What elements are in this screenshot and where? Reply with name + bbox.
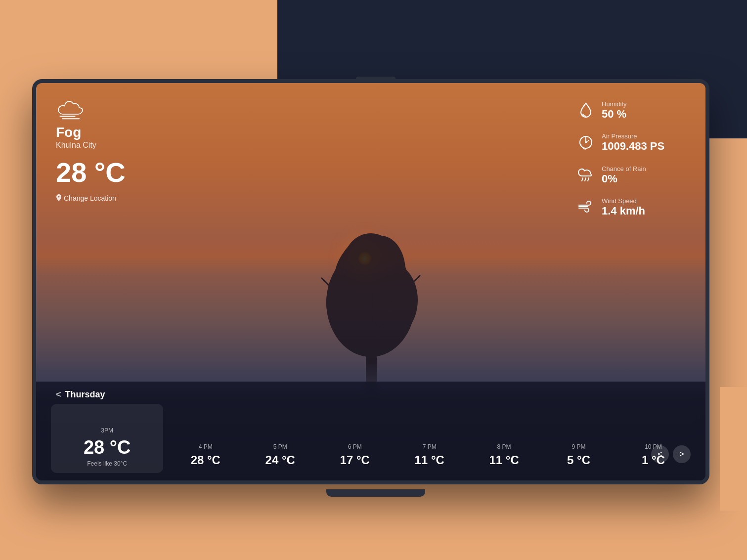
hour-temp-9pm: 5 °C [567, 453, 590, 467]
right-panel: Humidity 50 % Air Pressure 1009.483 PS [577, 100, 686, 230]
laptop-base [326, 489, 425, 497]
rain-stat: Chance of Rain 0% [577, 165, 686, 185]
svg-line-19 [582, 178, 583, 181]
rain-label: Chance of Rain [602, 165, 646, 172]
hour-temp-6pm: 17 °C [340, 453, 370, 467]
hour-label-7pm: 7 PM [423, 443, 437, 450]
humidity-icon [577, 101, 595, 119]
wind-info: Wind Speed 1.4 km/h [602, 197, 645, 217]
change-location-text: Change Location [64, 194, 116, 202]
hour-item-5pm: 5 PM 24 °C [243, 443, 317, 473]
hour-temp-5pm: 24 °C [265, 453, 295, 467]
feels-like-3pm: Feels like 30°C [87, 460, 127, 467]
main-temperature: 28 °C [56, 159, 126, 186]
svg-point-7 [344, 233, 398, 293]
laptop-container: Fog Khulna City 28 °C Change Location Hu [32, 79, 719, 489]
hour-label-9pm: 9 PM [572, 443, 586, 450]
rain-info: Chance of Rain 0% [602, 165, 646, 185]
hour-label-4pm: 4 PM [199, 443, 213, 450]
day-prev-arrow[interactable]: < [56, 389, 61, 400]
air-pressure-label: Air Pressure [602, 132, 664, 140]
svg-line-21 [588, 178, 589, 181]
hourly-timeline: 3PM 28 °C Feels like 30°C 4 PM 28 °C 5 P… [46, 404, 696, 473]
humidity-info: Humidity 50 % [602, 100, 627, 121]
hour-item-8pm: 8 PM 11 °C [467, 443, 541, 473]
rain-icon [577, 166, 595, 184]
wind-value: 1.4 km/h [602, 205, 645, 217]
change-location-btn[interactable]: Change Location [56, 194, 126, 202]
humidity-label: Humidity [602, 100, 627, 108]
hour-temp-4pm: 28 °C [191, 453, 220, 467]
rain-value: 0% [602, 172, 646, 185]
humidity-value: 50 % [602, 108, 627, 121]
timeline-nav-arrows: < > [651, 445, 691, 463]
hour-item-9pm: 9 PM 5 °C [541, 443, 616, 473]
svg-line-20 [585, 178, 586, 181]
hour-label-3pm: 3PM [101, 427, 113, 434]
city-label: Khulna City [56, 141, 126, 150]
humidity-stat: Humidity 50 % [577, 100, 686, 121]
hour-item-4pm: 4 PM 28 °C [168, 443, 243, 473]
air-pressure-stat: Air Pressure 1009.483 PS [577, 132, 686, 153]
hour-temp-3pm: 28 °C [84, 437, 131, 458]
hour-label-8pm: 8 PM [497, 443, 511, 450]
day-navigation[interactable]: < Thursday [46, 382, 696, 404]
air-pressure-icon [577, 133, 595, 151]
hour-label-6pm: 6 PM [348, 443, 362, 450]
wind-stat: Wind Speed 1.4 km/h [577, 197, 686, 217]
bottom-panel: < Thursday 3PM 28 °C Feels like 30°C 4 P… [36, 382, 705, 480]
location-pin-icon [56, 194, 62, 202]
timeline-next-btn[interactable]: > [673, 445, 691, 463]
timeline-prev-btn[interactable]: < [651, 445, 669, 463]
wind-icon [577, 198, 595, 216]
hour-item-6pm: 6 PM 17 °C [317, 443, 392, 473]
hour-temp-8pm: 11 °C [489, 453, 519, 467]
wind-label: Wind Speed [602, 197, 645, 205]
laptop-camera [356, 77, 395, 81]
fog-icon [56, 98, 86, 120]
bg-orange-accent [720, 387, 747, 511]
svg-point-18 [585, 141, 587, 143]
hour-item-7pm: 7 PM 11 °C [392, 443, 467, 473]
hour-label-5pm: 5 PM [273, 443, 287, 450]
air-pressure-info: Air Pressure 1009.483 PS [602, 132, 664, 153]
left-panel: Fog Khulna City 28 °C Change Location [56, 98, 126, 202]
hour-temp-7pm: 11 °C [415, 453, 444, 467]
day-name: Thursday [65, 389, 105, 400]
air-pressure-value: 1009.483 PS [602, 140, 664, 153]
laptop-screen: Fog Khulna City 28 °C Change Location Hu [32, 79, 709, 484]
weather-condition-label: Fog [56, 124, 126, 141]
hour-item-3pm: 3PM 28 °C Feels like 30°C [51, 404, 163, 473]
